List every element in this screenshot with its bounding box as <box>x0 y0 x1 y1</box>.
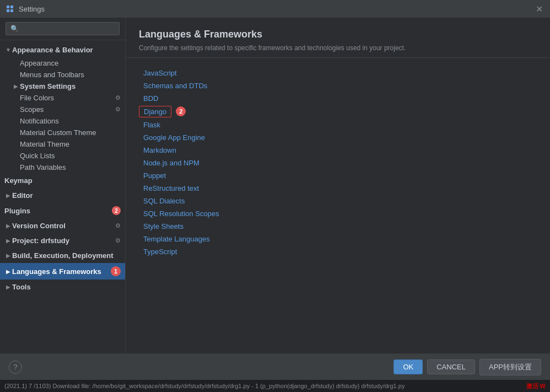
sidebar-item-appearance-behavior[interactable]: ▼ Appearance & Behavior <box>0 42 125 57</box>
django-badge: 2 <box>176 106 186 116</box>
framework-item-typescript[interactable]: TypeScript <box>139 245 537 258</box>
sidebar-tree: ▼ Appearance & Behavior Appearance Menus… <box>0 40 125 353</box>
framework-label: ReStructured text <box>143 184 199 192</box>
sidebar-item-editor[interactable]: ▶ Editor <box>0 188 125 203</box>
framework-item-restructured-text[interactable]: ReStructured text <box>139 182 537 195</box>
framework-item-schemas-dtds[interactable]: Schemas and DTDs <box>139 79 537 92</box>
search-icon: 🔍 <box>10 25 19 33</box>
apply-button[interactable]: APP转到设置 <box>479 359 541 375</box>
sidebar-item-scopes[interactable]: Scopes ⚙ <box>0 104 125 115</box>
sidebar-item-label: Plugins <box>4 207 30 215</box>
sidebar: 🔍 ▼ Appearance & Behavior Appearance Men… <box>0 18 126 353</box>
title-bar-text: Settings <box>19 5 45 13</box>
framework-label: Markdown <box>143 146 176 154</box>
search-input[interactable]: 🔍 <box>6 22 120 35</box>
sidebar-item-label: Build, Execution, Deployment <box>12 251 113 260</box>
arrow-icon: ▼ <box>4 46 12 54</box>
sidebar-item-file-colors[interactable]: File Colors ⚙ <box>0 92 125 104</box>
content-description: Configure the settings related to specif… <box>139 44 537 53</box>
sidebar-item-material-theme[interactable]: Material Theme <box>0 138 125 150</box>
sidebar-item-notifications[interactable]: Notifications <box>0 115 125 127</box>
sidebar-item-label: Quick Lists <box>20 152 55 160</box>
framework-label: Puppet <box>143 171 166 180</box>
status-text: (2021.1) 7 /1103) Download file: /home/b… <box>4 383 522 389</box>
framework-label: Flask <box>143 121 160 129</box>
sidebar-item-build-execution[interactable]: ▶ Build, Execution, Deployment <box>0 248 125 263</box>
title-bar-left: Settings <box>6 4 45 13</box>
framework-item-markdown[interactable]: Markdown <box>139 144 537 157</box>
app-icon <box>6 4 14 13</box>
framework-item-puppet[interactable]: Puppet <box>139 169 537 182</box>
cancel-button[interactable]: CANCEL <box>427 359 475 374</box>
content-header: Languages & Frameworks Configure the set… <box>126 18 550 58</box>
arrow-icon: ▶ <box>4 252 12 260</box>
settings-dialog: Settings ✕ 🔍 ▼ Appearance & Behavior <box>0 0 550 392</box>
framework-item-sql-dialects[interactable]: SQL Dialects <box>139 195 537 207</box>
sidebar-item-plugins[interactable]: Plugins 2 <box>0 203 125 218</box>
framework-label: SQL Dialects <box>143 197 185 205</box>
sidebar-item-languages-frameworks[interactable]: ▶ Languages & Frameworks 1 <box>0 263 125 280</box>
activate-text: 激活 W <box>526 382 546 390</box>
sidebar-item-label: Appearance & Behavior <box>12 46 93 54</box>
arrow-icon: ▶ <box>4 192 12 200</box>
framework-label: Google App Engine <box>143 133 205 142</box>
sidebar-item-label: Menus and Toolbars <box>20 71 84 79</box>
content-area: Languages & Frameworks Configure the set… <box>126 18 550 353</box>
sidebar-item-menus-toolbars[interactable]: Menus and Toolbars <box>0 69 125 80</box>
sidebar-item-label: Version Control <box>12 222 66 230</box>
framework-label: TypeScript <box>143 248 177 256</box>
framework-label: BDD <box>143 94 158 103</box>
framework-label: Style Sheets <box>143 222 184 230</box>
sidebar-item-version-control[interactable]: ▶ Version Control ⚙ <box>0 218 125 233</box>
framework-label: Template Languages <box>143 235 210 243</box>
framework-item-django[interactable]: Django <box>139 106 171 117</box>
framework-item-bdd[interactable]: BDD <box>139 92 537 105</box>
sidebar-item-system-settings[interactable]: ▶ System Settings <box>0 80 125 92</box>
close-button[interactable]: ✕ <box>533 3 544 14</box>
bottom-bar: ? OK CANCEL APP转到设置 <box>0 353 550 380</box>
gear-icon: ⚙ <box>115 94 121 101</box>
sidebar-item-material-custom-theme[interactable]: Material Custom Theme <box>0 127 125 138</box>
framework-item-template-languages[interactable]: Template Languages <box>139 233 537 245</box>
framework-item-javascript[interactable]: JavaScript <box>139 67 537 79</box>
gear-icon: ⚙ <box>115 237 121 244</box>
sidebar-item-label: Languages & Frameworks <box>12 267 101 276</box>
framework-item-nodejs-npm[interactable]: Node.js and NPM <box>139 157 537 169</box>
django-wrapper: Django 2 <box>139 106 537 117</box>
framework-label: SQL Resolution Scopes <box>143 210 219 218</box>
plugins-badge: 2 <box>112 206 121 215</box>
bottom-actions: OK CANCEL APP转到设置 <box>393 359 541 375</box>
framework-item-sql-resolution-scopes[interactable]: SQL Resolution Scopes <box>139 207 537 220</box>
ok-button[interactable]: OK <box>393 359 423 374</box>
svg-rect-3 <box>10 9 13 12</box>
arrow-icon: ▶ <box>12 83 20 90</box>
sidebar-item-label: Project: drfstudy <box>12 237 69 245</box>
main-layout: 🔍 ▼ Appearance & Behavior Appearance Men… <box>0 18 550 353</box>
svg-rect-1 <box>10 6 13 8</box>
svg-rect-2 <box>7 9 9 12</box>
sidebar-item-label: Material Theme <box>20 140 69 148</box>
framework-label: Node.js and NPM <box>143 159 199 167</box>
sidebar-item-label: System Settings <box>20 82 76 90</box>
languages-badge: 1 <box>111 266 121 276</box>
content-body: JavaScript Schemas and DTDs BDD Django 2 <box>126 58 550 353</box>
sidebar-item-project-drfstudy[interactable]: ▶ Project: drfstudy ⚙ <box>0 233 125 248</box>
sidebar-item-appearance[interactable]: Appearance <box>0 57 125 69</box>
sidebar-item-keymap[interactable]: Keymap <box>0 173 125 188</box>
sidebar-item-label: Scopes <box>20 105 44 114</box>
framework-item-google-app-engine[interactable]: Google App Engine <box>139 131 537 144</box>
sidebar-item-label: Keymap <box>4 176 33 185</box>
sidebar-item-label: Editor <box>12 191 33 200</box>
framework-item-flask[interactable]: Flask <box>139 119 537 131</box>
sidebar-item-label: Appearance <box>20 59 58 67</box>
sidebar-item-quick-lists[interactable]: Quick Lists <box>0 150 125 162</box>
arrow-icon: ▶ <box>4 222 12 230</box>
sidebar-item-tools[interactable]: ▶ Tools <box>0 280 125 294</box>
sidebar-item-path-variables[interactable]: Path Variables <box>0 162 125 173</box>
sidebar-item-label: Tools <box>12 283 31 291</box>
framework-item-style-sheets[interactable]: Style Sheets <box>139 220 537 233</box>
status-bar: (2021.1) 7 /1103) Download file: /home/b… <box>0 380 550 392</box>
arrow-icon: ▶ <box>4 283 12 291</box>
help-button[interactable]: ? <box>9 361 22 374</box>
search-bar: 🔍 <box>0 18 125 40</box>
